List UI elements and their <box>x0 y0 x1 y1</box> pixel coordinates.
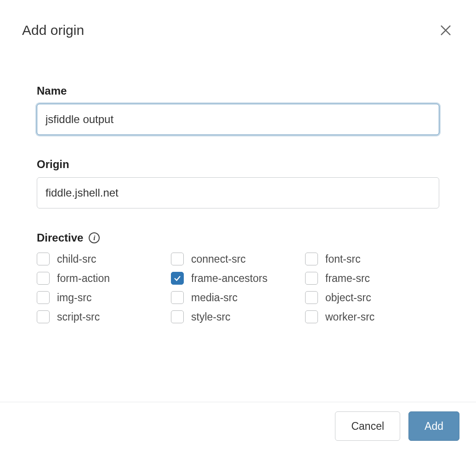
origin-label: Origin <box>37 158 439 171</box>
directive-option-label: connect-src <box>191 253 246 265</box>
directive-option-label: script-src <box>57 311 100 323</box>
checkbox-connect-src[interactable] <box>171 253 184 265</box>
directive-option-label: child-src <box>57 253 96 265</box>
dialog-header: Add origin <box>0 0 476 39</box>
info-icon[interactable]: i <box>89 232 100 243</box>
directive-option-script-src[interactable]: script-src <box>37 310 171 323</box>
directive-option-frame-src[interactable]: frame-src <box>305 272 439 285</box>
directive-option-label: frame-src <box>325 272 370 285</box>
checkbox-form-action[interactable] <box>37 272 50 285</box>
name-input[interactable] <box>37 104 439 135</box>
checkbox-child-src[interactable] <box>37 253 50 265</box>
dialog-footer: Cancel Add <box>0 402 476 450</box>
directive-option-frame-ancestors[interactable]: frame-ancestors <box>171 272 305 285</box>
dialog-title: Add origin <box>22 22 84 38</box>
checkbox-worker-src[interactable] <box>305 310 318 323</box>
checkbox-script-src[interactable] <box>37 310 50 323</box>
directive-option-label: font-src <box>325 253 361 265</box>
field-directive: Directive i child-srcconnect-srcfont-src… <box>37 231 439 323</box>
directive-option-label: img-src <box>57 292 91 304</box>
directive-option-form-action[interactable]: form-action <box>37 272 171 285</box>
add-origin-dialog: Add origin Name Origin Directive i child… <box>0 0 476 450</box>
directive-label-text: Directive <box>37 231 83 244</box>
directive-option-object-src[interactable]: object-src <box>305 291 439 304</box>
directive-option-label: media-src <box>191 292 238 304</box>
checkbox-frame-ancestors[interactable] <box>171 272 184 285</box>
directive-grid: child-srcconnect-srcfont-srcform-actionf… <box>37 253 439 323</box>
origin-input[interactable] <box>37 177 439 208</box>
directive-option-label: frame-ancestors <box>191 272 267 285</box>
directive-option-style-src[interactable]: style-src <box>171 310 305 323</box>
directive-option-img-src[interactable]: img-src <box>37 291 171 304</box>
field-name: Name <box>37 84 439 135</box>
close-button[interactable] <box>437 22 454 39</box>
directive-option-label: style-src <box>191 311 231 323</box>
cancel-button[interactable]: Cancel <box>335 411 400 441</box>
directive-option-media-src[interactable]: media-src <box>171 291 305 304</box>
directive-option-connect-src[interactable]: connect-src <box>171 253 305 265</box>
checkbox-media-src[interactable] <box>171 291 184 304</box>
checkbox-frame-src[interactable] <box>305 272 318 285</box>
directive-option-child-src[interactable]: child-src <box>37 253 171 265</box>
add-button[interactable]: Add <box>408 411 459 441</box>
directive-option-worker-src[interactable]: worker-src <box>305 310 439 323</box>
directive-option-label: object-src <box>325 292 371 304</box>
checkbox-font-src[interactable] <box>305 253 318 265</box>
directive-option-label: worker-src <box>325 311 374 323</box>
checkbox-style-src[interactable] <box>171 310 184 323</box>
field-origin: Origin <box>37 158 439 208</box>
directive-option-label: form-action <box>57 272 110 285</box>
dialog-body: Name Origin Directive i child-srcconnect… <box>0 39 476 402</box>
close-icon <box>439 24 452 37</box>
directive-label: Directive i <box>37 231 439 244</box>
checkbox-object-src[interactable] <box>305 291 318 304</box>
name-label: Name <box>37 84 439 97</box>
directive-option-font-src[interactable]: font-src <box>305 253 439 265</box>
checkbox-img-src[interactable] <box>37 291 50 304</box>
